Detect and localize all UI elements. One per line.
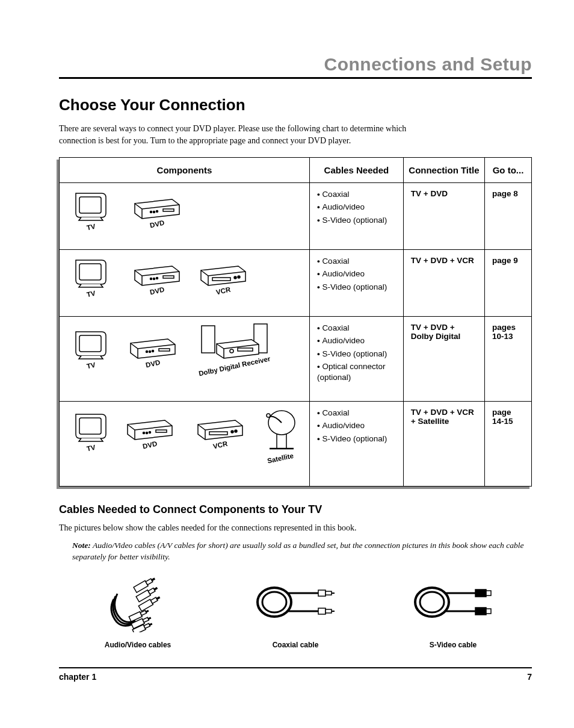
svg-point-51 <box>262 592 286 612</box>
footer-chapter: chapter 1 <box>59 672 96 682</box>
device-label: DVD <box>149 286 165 296</box>
svg-rect-22 <box>79 418 101 434</box>
dvd-icon <box>129 337 177 360</box>
device-label: DVD <box>149 219 165 229</box>
cable-item: Audio/video <box>317 202 396 213</box>
table-row: TV DVD Dolby Digital Receiver Coaxial A <box>60 317 532 402</box>
coaxial-cable-icon <box>250 575 341 632</box>
svg-point-28 <box>231 431 233 433</box>
device-label: VCR <box>215 286 231 296</box>
svg-rect-40 <box>156 597 159 599</box>
cable-item: Coaxial <box>317 323 396 334</box>
svg-rect-52 <box>318 590 326 596</box>
sub-intro: The pictures below show the cables neede… <box>59 522 532 534</box>
svg-point-3 <box>156 211 158 213</box>
svg-point-24 <box>146 432 148 434</box>
svg-rect-37 <box>154 587 157 590</box>
satellite-icon <box>262 408 298 456</box>
svg-rect-0 <box>79 197 101 213</box>
cable-list: Coaxial Audio/video S-Video (optional) O… <box>317 323 396 383</box>
svg-rect-34 <box>152 578 155 580</box>
svg-point-12 <box>238 276 240 278</box>
svg-rect-53 <box>326 591 332 595</box>
svg-rect-18 <box>202 326 215 353</box>
svg-point-29 <box>235 430 237 432</box>
svg-rect-58 <box>475 590 486 597</box>
svg-point-6 <box>150 278 152 280</box>
svg-point-1 <box>150 211 152 213</box>
connection-title: TV + DVD + Dolby Digital <box>403 317 484 402</box>
svg-rect-61 <box>486 609 491 614</box>
svg-rect-60 <box>475 608 486 615</box>
cable-item: Audio/video <box>317 420 396 431</box>
cable-caption: S-Video cable <box>374 641 532 649</box>
svg-point-16 <box>152 350 154 352</box>
svg-point-11 <box>234 276 236 279</box>
device-label: TV <box>86 361 96 370</box>
cable-item: Audio/video <box>317 269 396 279</box>
cable-item: Optical connector (optional) <box>317 361 396 383</box>
connection-title: TV + DVD + VCR + Satellite <box>403 402 484 487</box>
cable-item: Coaxial <box>317 189 396 200</box>
cable-item: S-Video (optional) <box>317 282 396 293</box>
svg-point-15 <box>149 351 151 353</box>
vcr-icon <box>199 264 247 287</box>
cable-list: Coaxial Audio/video S-Video (optional) <box>317 256 396 293</box>
cable-item: S-Video (optional) <box>317 349 396 359</box>
goto-page: pages 10-13 <box>485 317 532 402</box>
svg-point-7 <box>153 278 155 280</box>
device-label: DVD <box>145 359 161 369</box>
device-label: TV <box>86 290 96 299</box>
svg-rect-55 <box>326 609 332 613</box>
svg-point-14 <box>146 351 148 353</box>
connection-title: TV + DVD <box>403 183 484 250</box>
svg-point-25 <box>149 432 151 434</box>
tv-icon <box>73 190 109 223</box>
th-cables: Cables Needed <box>309 158 403 183</box>
cable-illustrations: Audio/Video cables Coaxial cable <box>59 575 532 649</box>
svg-point-2 <box>153 211 155 213</box>
cable-caption: Coaxial cable <box>217 641 374 649</box>
svg-rect-46 <box>148 617 150 619</box>
goto-page: page 14-15 <box>485 402 532 487</box>
svg-point-8 <box>156 278 158 279</box>
svg-rect-54 <box>318 608 326 614</box>
section-header: Connections and Setup <box>59 54 532 79</box>
cable-item: S-Video (optional) <box>317 434 396 444</box>
cable-item: Audio/Video cables <box>59 575 217 649</box>
cable-item: Audio/video <box>317 335 396 346</box>
device-label: VCR <box>212 440 228 450</box>
note-text: Note: Audio/Video cables (A/V cables for… <box>72 540 532 563</box>
page-footer: chapter 1 7 <box>59 667 532 682</box>
device-label: TV <box>86 223 96 232</box>
sub-heading: Cables Needed to Connect Components to Y… <box>59 503 532 516</box>
th-goto: Go to... <box>485 158 532 183</box>
svg-point-23 <box>143 432 145 434</box>
dvd-icon <box>133 264 181 287</box>
svg-rect-13 <box>79 335 101 352</box>
svg-point-57 <box>420 592 444 612</box>
table-row: TV DVD VCR Satellite <box>60 402 532 487</box>
dvd-icon <box>126 418 174 441</box>
svideo-cable-icon <box>408 575 498 632</box>
svg-rect-5 <box>79 264 101 280</box>
connection-table: Components Cables Needed Connection Titl… <box>59 157 532 487</box>
intro-text: There are several ways to connect your D… <box>59 123 444 146</box>
tv-icon <box>73 411 109 444</box>
cable-list: Coaxial Audio/video S-Video (optional) <box>317 408 396 444</box>
svg-rect-59 <box>486 591 491 596</box>
dvd-icon <box>133 198 181 220</box>
svg-rect-43 <box>146 610 148 612</box>
av-cables-icon <box>105 575 171 632</box>
cable-item: S-Video cable <box>374 575 532 649</box>
device-label: DVD <box>142 440 158 450</box>
table-row: TV DVD VCR Coaxial Audio/video S-Video (… <box>60 250 532 317</box>
cable-item: Coaxial cable <box>217 575 374 649</box>
cable-list: Coaxial Audio/video S-Video (optional) <box>317 189 396 226</box>
cable-item: S-Video (optional) <box>317 215 396 226</box>
cable-item: Coaxial <box>317 256 396 267</box>
connection-title: TV + DVD + VCR <box>403 250 484 317</box>
device-label: TV <box>86 444 96 453</box>
tv-icon <box>73 257 109 290</box>
goto-page: page 8 <box>485 183 532 250</box>
